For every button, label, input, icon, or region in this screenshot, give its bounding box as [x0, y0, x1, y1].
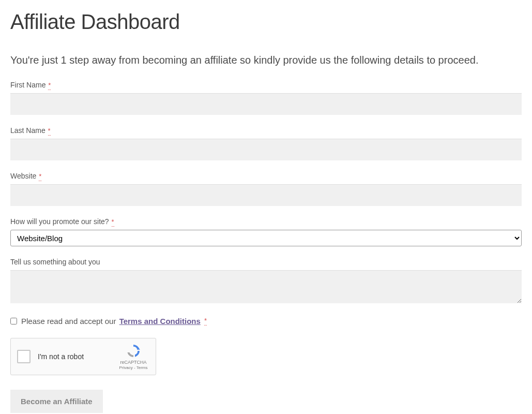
recaptcha-brand: reCAPTCHA: [120, 360, 146, 365]
required-icon: *: [39, 172, 41, 181]
last-name-group: Last Name *: [10, 126, 522, 160]
terms-link[interactable]: Terms and Conditions: [119, 317, 201, 326]
recaptcha-links: Privacy - Terms: [119, 365, 148, 370]
required-icon: *: [48, 127, 51, 136]
last-name-label-text: Last Name: [10, 126, 45, 135]
about-label: Tell us something about you: [10, 258, 522, 266]
about-textarea[interactable]: [10, 270, 522, 303]
page-title: Affiliate Dashboard: [10, 10, 522, 34]
required-icon: *: [48, 81, 51, 90]
website-label: Website *: [10, 172, 522, 180]
first-name-label: First Name *: [10, 81, 522, 89]
first-name-label-text: First Name: [10, 81, 45, 89]
recaptcha-widget: I'm not a robot reCAPTCHA Privacy - Term…: [10, 338, 156, 375]
recaptcha-icon: [126, 343, 141, 359]
last-name-input[interactable]: [10, 139, 522, 160]
first-name-group: First Name *: [10, 81, 522, 115]
promote-label-text: How will you promote our site?: [10, 217, 109, 226]
intro-text: You're just 1 step away from becoming an…: [10, 54, 522, 66]
recaptcha-checkbox[interactable]: [17, 350, 31, 363]
last-name-label: Last Name *: [10, 126, 522, 135]
terms-checkbox[interactable]: [10, 318, 17, 324]
about-label-text: Tell us something about you: [10, 258, 100, 266]
website-group: Website *: [10, 172, 522, 206]
first-name-input[interactable]: [10, 93, 522, 115]
promote-select[interactable]: Website/Blog: [10, 230, 522, 246]
website-input[interactable]: [10, 184, 522, 206]
required-icon: *: [204, 317, 207, 326]
terms-prefix: Please read and accept our: [21, 317, 116, 326]
submit-button[interactable]: Become an Affiliate: [10, 390, 103, 413]
about-group: Tell us something about you: [10, 258, 522, 305]
recaptcha-badge: reCAPTCHA Privacy - Terms: [117, 343, 149, 370]
promote-label: How will you promote our site? *: [10, 217, 522, 226]
website-label-text: Website: [10, 172, 36, 180]
recaptcha-label: I'm not a robot: [38, 352, 117, 361]
promote-group: How will you promote our site? * Website…: [10, 217, 522, 246]
terms-row: Please read and accept our Terms and Con…: [10, 317, 522, 326]
required-icon: *: [112, 218, 114, 227]
